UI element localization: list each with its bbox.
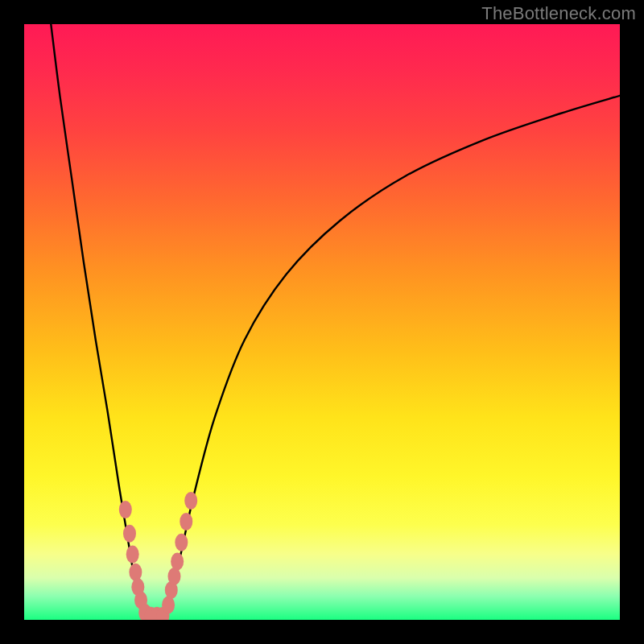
data-marker: [162, 597, 175, 614]
data-marker: [180, 513, 192, 530]
curve-right-branch: [164, 96, 620, 620]
data-marker: [123, 525, 136, 543]
marker-group: [119, 492, 197, 620]
data-marker: [129, 564, 142, 581]
curve-group: [51, 24, 620, 620]
data-marker: [171, 552, 184, 570]
data-marker: [119, 501, 132, 518]
chart-overlay: [24, 24, 620, 620]
data-marker: [126, 546, 139, 564]
data-marker: [175, 534, 188, 551]
data-marker: [184, 492, 197, 510]
plot-area: [24, 24, 620, 620]
data-marker: [167, 568, 180, 585]
watermark-text: TheBottleneck.com: [481, 3, 636, 24]
chart-container: TheBottleneck.com: [0, 0, 644, 644]
